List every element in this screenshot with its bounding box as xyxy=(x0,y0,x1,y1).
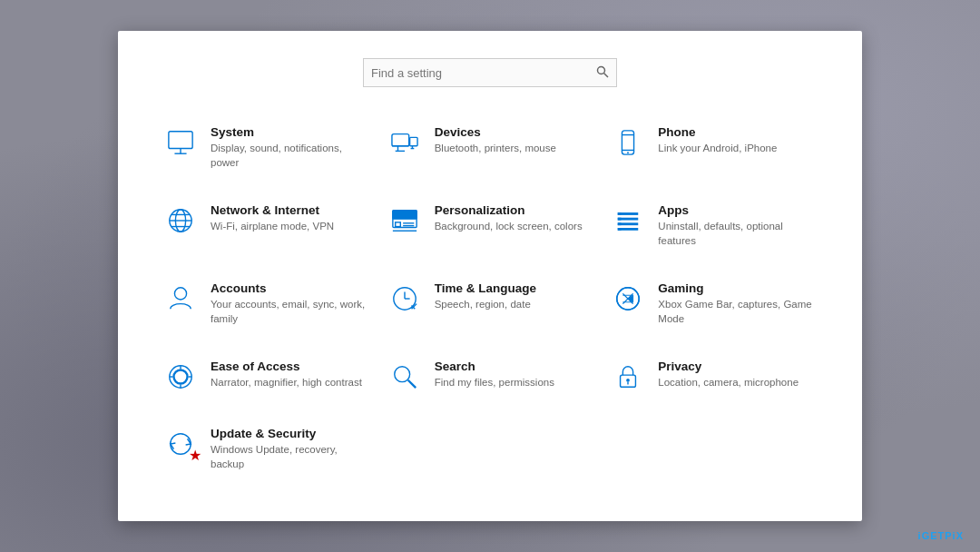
apps-icon xyxy=(611,203,645,238)
settings-item-ease[interactable]: Ease of Access Narrator, magnifier, high… xyxy=(154,349,378,417)
settings-item-gaming[interactable]: Gaming Xbox Game Bar, captures, Game Mod… xyxy=(602,271,826,349)
devices-subtitle: Bluetooth, printers, mouse xyxy=(435,141,556,155)
settings-grid: System Display, sound, notifications, po… xyxy=(154,114,826,494)
ease-icon xyxy=(163,360,198,394)
update-badge-star: ★ xyxy=(189,448,201,463)
ease-subtitle: Narrator, magnifier, high contrast xyxy=(211,375,362,389)
search-input[interactable] xyxy=(371,66,596,80)
devices-text: Devices Bluetooth, printers, mouse xyxy=(435,125,556,155)
accounts-icon xyxy=(163,281,198,316)
ease-text: Ease of Access Narrator, magnifier, high… xyxy=(211,360,362,389)
update-icon-container: ★ xyxy=(163,427,198,461)
accounts-title: Accounts xyxy=(211,281,369,295)
phone-icon xyxy=(611,125,645,160)
update-subtitle: Windows Update, recovery, backup xyxy=(211,442,369,471)
privacy-icon xyxy=(611,360,645,394)
gaming-icon xyxy=(611,281,645,316)
update-title: Update & Security xyxy=(211,427,369,440)
svg-rect-6 xyxy=(409,137,416,145)
apps-text: Apps Uninstall, defaults, optional featu… xyxy=(658,203,817,248)
search-text: Search Find my files, permissions xyxy=(435,360,554,389)
watermark: iGETPiX xyxy=(918,530,964,541)
phone-subtitle: Link your Android, iPhone xyxy=(658,141,777,155)
search-settings-icon xyxy=(387,360,422,394)
personalization-icon xyxy=(387,203,422,238)
update-text: Update & Security Windows Update, recove… xyxy=(211,427,369,471)
settings-item-network[interactable]: Network & Internet Wi-Fi, airplane mode,… xyxy=(154,192,378,271)
search-title: Search xyxy=(435,360,554,373)
gaming-text: Gaming Xbox Game Bar, captures, Game Mod… xyxy=(658,281,817,326)
phone-title: Phone xyxy=(658,125,777,139)
svg-rect-12 xyxy=(622,131,634,154)
network-title: Network & Internet xyxy=(211,203,334,217)
settings-item-update[interactable]: ★ Update & Security Windows Update, reco… xyxy=(154,416,378,494)
time-subtitle: Speech, region, date xyxy=(435,297,536,311)
svg-point-0 xyxy=(598,66,605,74)
devices-icon xyxy=(387,125,422,160)
search-bar-container xyxy=(154,58,826,87)
system-title: System xyxy=(211,125,369,139)
privacy-subtitle: Location, camera, microphone xyxy=(658,375,799,389)
svg-line-1 xyxy=(604,73,609,77)
system-text: System Display, sound, notifications, po… xyxy=(211,125,369,170)
svg-point-35 xyxy=(174,287,186,299)
settings-item-phone[interactable]: Phone Link your Android, iPhone xyxy=(602,114,826,192)
personalization-title: Personalization xyxy=(435,203,583,217)
privacy-text: Privacy Location, camera, microphone xyxy=(658,360,799,389)
svg-rect-24 xyxy=(395,222,400,227)
settings-item-personalization[interactable]: Personalization Background, lock screen,… xyxy=(378,192,603,271)
time-title: Time & Language xyxy=(435,281,536,295)
ease-title: Ease of Access xyxy=(211,360,362,373)
svg-line-51 xyxy=(407,380,415,387)
apps-title: Apps xyxy=(658,203,817,217)
svg-rect-5 xyxy=(392,134,409,146)
svg-point-53 xyxy=(626,378,630,381)
personalization-text: Personalization Background, lock screen,… xyxy=(435,203,583,233)
time-icon xyxy=(387,281,422,316)
network-icon xyxy=(163,203,198,238)
settings-item-time[interactable]: Time & Language Speech, region, date xyxy=(378,271,603,349)
settings-item-search[interactable]: Search Find my files, permissions xyxy=(378,349,603,417)
settings-item-privacy[interactable]: Privacy Location, camera, microphone xyxy=(602,349,826,417)
settings-item-devices[interactable]: Devices Bluetooth, printers, mouse xyxy=(378,114,603,192)
svg-rect-22 xyxy=(393,211,416,219)
personalization-subtitle: Background, lock screen, colors xyxy=(435,219,583,233)
gaming-subtitle: Xbox Game Bar, captures, Game Mode xyxy=(658,297,817,326)
accounts-subtitle: Your accounts, email, sync, work, family xyxy=(211,297,369,326)
svg-point-50 xyxy=(394,366,409,381)
svg-point-15 xyxy=(627,152,629,153)
network-subtitle: Wi-Fi, airplane mode, VPN xyxy=(211,219,334,233)
svg-rect-2 xyxy=(169,132,192,149)
devices-title: Devices xyxy=(435,125,556,139)
phone-text: Phone Link your Android, iPhone xyxy=(658,125,777,155)
system-subtitle: Display, sound, notifications, power xyxy=(211,141,369,170)
time-text: Time & Language Speech, region, date xyxy=(435,281,536,311)
search-subtitle: Find my files, permissions xyxy=(435,375,554,389)
accounts-text: Accounts Your accounts, email, sync, wor… xyxy=(211,281,369,326)
settings-window: System Display, sound, notifications, po… xyxy=(118,31,862,521)
settings-item-system[interactable]: System Display, sound, notifications, po… xyxy=(154,114,378,192)
apps-subtitle: Uninstall, defaults, optional features xyxy=(658,219,817,248)
settings-item-accounts[interactable]: Accounts Your accounts, email, sync, wor… xyxy=(154,271,378,349)
search-icon xyxy=(596,65,609,81)
privacy-title: Privacy xyxy=(658,360,799,373)
settings-item-apps[interactable]: Apps Uninstall, defaults, optional featu… xyxy=(602,192,826,271)
network-text: Network & Internet Wi-Fi, airplane mode,… xyxy=(211,203,334,233)
search-bar[interactable] xyxy=(363,58,617,87)
monitor-icon xyxy=(163,125,198,160)
gaming-title: Gaming xyxy=(658,281,817,295)
